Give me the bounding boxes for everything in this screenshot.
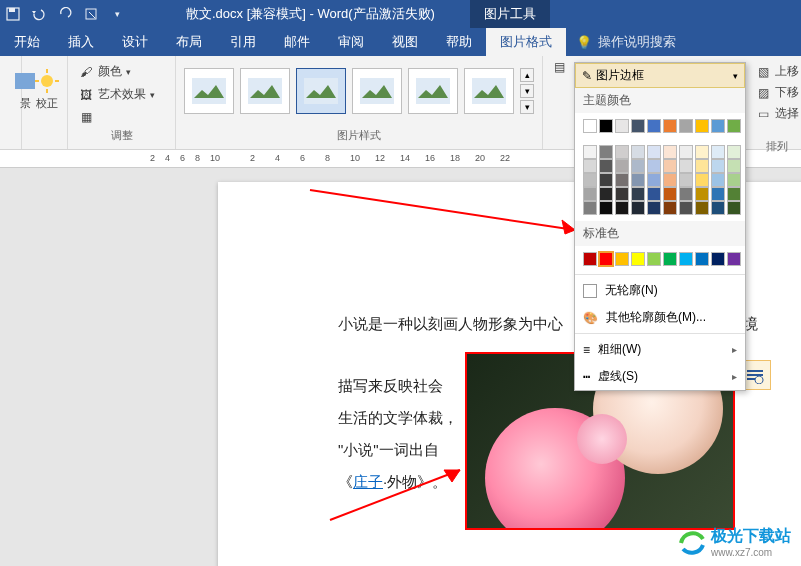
color-swatch[interactable] (615, 159, 629, 173)
color-swatch[interactable] (727, 201, 741, 215)
tab-insert[interactable]: 插入 (54, 28, 108, 56)
color-swatch[interactable] (631, 173, 645, 187)
color-swatch[interactable] (663, 252, 677, 266)
color-swatch[interactable] (599, 173, 613, 187)
color-swatch[interactable] (583, 201, 597, 215)
color-swatch[interactable] (727, 119, 741, 133)
color-swatch[interactable] (727, 159, 741, 173)
color-swatch[interactable] (599, 187, 613, 201)
color-swatch[interactable] (583, 119, 597, 133)
color-swatch[interactable] (583, 173, 597, 187)
color-swatch[interactable] (679, 201, 693, 215)
color-swatch[interactable] (647, 145, 661, 159)
color-swatch[interactable] (663, 201, 677, 215)
color-swatch[interactable] (599, 201, 613, 215)
color-swatch[interactable] (583, 145, 597, 159)
gallery-down-icon[interactable]: ▾ (520, 84, 534, 98)
color-swatch[interactable] (583, 252, 597, 266)
color-swatch[interactable] (695, 159, 709, 173)
style-thumb-2[interactable] (240, 68, 290, 114)
color-swatch[interactable] (647, 173, 661, 187)
color-swatch[interactable] (727, 173, 741, 187)
color-swatch[interactable] (711, 145, 725, 159)
color-swatch[interactable] (727, 252, 741, 266)
color-swatch[interactable] (711, 187, 725, 201)
no-outline-item[interactable]: 无轮廓(N) (575, 277, 745, 304)
color-swatch[interactable] (631, 119, 645, 133)
color-swatch[interactable] (631, 252, 645, 266)
color-swatch[interactable] (631, 201, 645, 215)
color-swatch[interactable] (679, 119, 693, 133)
color-swatch[interactable] (615, 201, 629, 215)
tab-references[interactable]: 引用 (216, 28, 270, 56)
color-swatch[interactable] (695, 252, 709, 266)
selection-pane-button[interactable]: ▭选择 (753, 104, 801, 123)
color-swatch[interactable] (695, 173, 709, 187)
weight-submenu[interactable]: ≡ 粗细(W) ▸ (575, 336, 745, 363)
color-swatch[interactable] (727, 187, 741, 201)
color-swatch[interactable] (711, 119, 725, 133)
color-swatch[interactable] (695, 145, 709, 159)
color-swatch[interactable] (615, 187, 629, 201)
tab-home[interactable]: 开始 (0, 28, 54, 56)
color-swatch[interactable] (695, 187, 709, 201)
color-swatch[interactable] (599, 145, 613, 159)
color-swatch[interactable] (631, 159, 645, 173)
artistic-effects-button[interactable]: 🖼艺术效果▾ (76, 85, 167, 104)
redo-icon[interactable] (56, 5, 74, 23)
tab-mailings[interactable]: 邮件 (270, 28, 324, 56)
color-swatch[interactable] (695, 201, 709, 215)
color-swatch[interactable] (647, 201, 661, 215)
tab-design[interactable]: 设计 (108, 28, 162, 56)
gallery-more-icon[interactable]: ▾ (520, 100, 534, 114)
style-thumb-3[interactable] (296, 68, 346, 114)
tab-review[interactable]: 审阅 (324, 28, 378, 56)
color-swatch[interactable] (583, 187, 597, 201)
style-thumb-6[interactable] (464, 68, 514, 114)
tell-me-search[interactable]: 💡 操作说明搜索 (566, 28, 686, 56)
color-swatch[interactable] (599, 159, 613, 173)
tab-picture-format[interactable]: 图片格式 (486, 28, 566, 56)
color-swatch[interactable] (679, 252, 693, 266)
style-thumb-5[interactable] (408, 68, 458, 114)
color-swatch[interactable] (615, 252, 629, 266)
color-swatch[interactable] (615, 173, 629, 187)
color-swatch[interactable] (631, 187, 645, 201)
color-swatch[interactable] (663, 173, 677, 187)
color-swatch[interactable] (663, 119, 677, 133)
color-swatch[interactable] (615, 145, 629, 159)
color-swatch[interactable] (663, 159, 677, 173)
tab-view[interactable]: 视图 (378, 28, 432, 56)
style-thumb-1[interactable] (184, 68, 234, 114)
save-icon[interactable] (4, 5, 22, 23)
color-swatch[interactable] (711, 159, 725, 173)
color-swatch[interactable] (727, 145, 741, 159)
touch-mode-icon[interactable] (82, 5, 100, 23)
color-swatch[interactable] (583, 159, 597, 173)
color-swatch[interactable] (711, 173, 725, 187)
corrections-button[interactable]: 校正 (30, 60, 64, 120)
color-swatch[interactable] (647, 119, 661, 133)
color-swatch[interactable] (679, 159, 693, 173)
picture-border-button[interactable]: ✎ 图片边框 ▾ (575, 63, 745, 88)
undo-icon[interactable] (30, 5, 48, 23)
color-swatch[interactable] (679, 145, 693, 159)
qat-dropdown-icon[interactable]: ▾ (108, 5, 126, 23)
color-swatch[interactable] (599, 252, 613, 266)
color-swatch[interactable] (615, 119, 629, 133)
tab-layout[interactable]: 布局 (162, 28, 216, 56)
gallery-up-icon[interactable]: ▴ (520, 68, 534, 82)
compress-button[interactable]: ▦ (76, 108, 167, 126)
dashes-submenu[interactable]: ┅ 虚线(S) ▸ (575, 363, 745, 390)
tab-help[interactable]: 帮助 (432, 28, 486, 56)
bring-forward-button[interactable]: ▧上移 (753, 62, 801, 81)
color-swatch[interactable] (647, 252, 661, 266)
color-swatch[interactable] (663, 187, 677, 201)
send-backward-button[interactable]: ▨下移 (753, 83, 801, 102)
color-swatch[interactable] (599, 119, 613, 133)
color-swatch[interactable] (631, 145, 645, 159)
color-swatch[interactable] (647, 187, 661, 201)
more-colors-item[interactable]: 🎨 其他轮廓颜色(M)... (575, 304, 745, 331)
color-swatch[interactable] (695, 119, 709, 133)
color-swatch[interactable] (647, 159, 661, 173)
